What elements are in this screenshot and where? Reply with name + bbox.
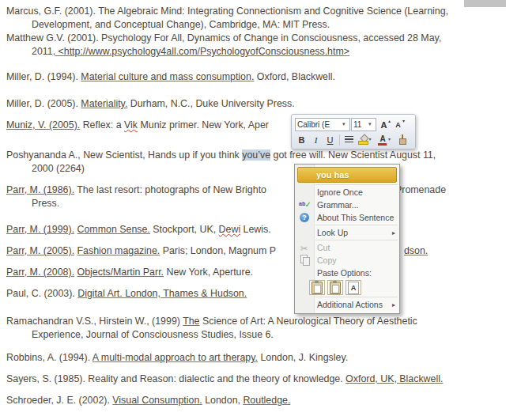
text-line: Parr, M. (2005). Fashion magazine. Paris… [6, 244, 500, 258]
text-run: Robbins, A. (1994). [6, 352, 93, 363]
text-line: Matthew G.V. (2001). Psychology For All,… [6, 32, 500, 45]
bibliography-entry-matthew[interactable]: Matthew G.V. (2001). Psychology For All,… [6, 32, 500, 59]
bibliography-entry-muniz[interactable]: Muniz, V. (2005). Reflex: a Vik Muniz pr… [6, 119, 500, 132]
underlined-text: Materiality. [81, 98, 127, 109]
bold-label: B [299, 135, 305, 145]
font-color-button[interactable]: A [376, 134, 395, 146]
misspelled-word: Vik [124, 119, 138, 131]
menu-item-copy[interactable]: Copy [295, 254, 399, 267]
text-run: The last resort: photographs of New Brig… [74, 184, 266, 195]
bibliography-entry-paul[interactable]: Paul, C. (2003). Digital Art. London, Th… [6, 287, 500, 301]
bibliography-entry-miller-2005[interactable]: Miller, D. (2005). Materiality. Durham, … [6, 97, 500, 111]
text-line: Schroeder, J. E. (2002). Visual Consumpt… [6, 394, 500, 407]
copy-label: Copy [317, 255, 337, 265]
text-run: Poshyananda A., New Scientist, Hands up … [6, 149, 242, 161]
menu-item-grammar[interactable]: Grammar... [295, 199, 399, 211]
text-line: Ramachandran V.S., Hirstein W., (1999) T… [6, 315, 500, 328]
font-size-select[interactable]: 11 [351, 118, 376, 131]
bibliography-entry-robbins[interactable]: Robbins, A. (1994). A multi-modal approa… [6, 351, 500, 365]
underlined-text: Material culture and mass consumption. [81, 71, 254, 82]
bibliography-entry-ramachandran[interactable]: Ramachandran V.S., Hirstein W., (1999) T… [6, 315, 500, 342]
bold-button[interactable]: B [295, 134, 308, 146]
text-run: Muniz primer. New York, Aper [138, 119, 269, 131]
underlined-text: Parr, M. (2005). [6, 245, 74, 256]
clipboard-icon [330, 282, 341, 294]
text-run: Promenade [395, 184, 446, 195]
text-run: got free will. New Scientist August 11, [270, 149, 436, 161]
center-align-button[interactable] [342, 134, 356, 146]
format-painter-button[interactable] [396, 134, 410, 146]
paintbrush-icon [398, 134, 407, 145]
text-run: Reflex: a [80, 119, 124, 131]
text-line: Robbins, A. (1994). A multi-modal approa… [6, 351, 500, 365]
text-line: Paul, C. (2003). Digital Art. London, Th… [6, 287, 500, 301]
red-color-bar-icon [378, 143, 387, 146]
paste-option-merge-formatting[interactable] [327, 280, 343, 295]
bibliography-entry-parr-2008[interactable]: Parr, M. (2008). Objects/Martin Parr. Ne… [6, 266, 500, 279]
highlight-button[interactable] [357, 134, 376, 146]
scissors-icon [298, 242, 312, 253]
font-name-select[interactable]: Calibri (E [295, 118, 350, 131]
grow-font-button[interactable]: A [377, 119, 391, 131]
bibliography-entry-parr-2005[interactable]: Parr, M. (2005). Fashion magazine. Paris… [6, 244, 500, 258]
chevron-down-icon[interactable] [342, 121, 348, 129]
hyperlink-text[interactable]: , <http://www.psychology4all.com/Psychol… [53, 46, 349, 57]
menu-item-ignore-once[interactable]: Ignore Once [295, 186, 399, 199]
menu-item-suggestion[interactable]: you has [297, 167, 397, 183]
bibliography-entry-sayers[interactable]: Sayers, S. (1985). Reality and Reason: d… [6, 373, 500, 386]
bibliography-entry-parr-1986[interactable]: Parr, M. (1986). The last resort: photog… [6, 184, 500, 210]
text-run: Durham, N.C., Duke University Press. [127, 98, 294, 109]
text-run: Paul, C. (2003). [6, 288, 77, 299]
context-menu: you has Ignore Once Grammar... About Thi… [294, 164, 400, 314]
submenu-arrow-icon [389, 226, 395, 239]
menu-item-look-up[interactable]: Look Up [295, 226, 399, 239]
text-run: Schroeder, J. E. (2002). [6, 395, 112, 406]
menu-item-cut[interactable]: Cut [295, 241, 399, 254]
menu-separator [315, 240, 398, 240]
text-line: Press. [6, 197, 500, 210]
paste-option-keep-source-formatting[interactable] [309, 280, 325, 295]
grammar-label: Grammar... [317, 200, 359, 210]
underlined-text: Fashion magazine. [77, 245, 160, 256]
bibliography-entry-miller-1994[interactable]: Miller, D. (1994). Material culture and … [6, 70, 500, 84]
menu-separator [315, 297, 398, 297]
font-name-value: Calibri (E [297, 120, 330, 129]
menu-item-about-this-sentence[interactable]: About This Sentence [295, 211, 399, 224]
font-color-icon: A [378, 134, 387, 146]
highlighter-icon [358, 135, 368, 145]
menu-separator [315, 225, 398, 225]
text-run: New York, Aperture. [164, 267, 253, 278]
copy-icon [298, 255, 312, 266]
help-icon [300, 213, 309, 222]
selected-word[interactable]: you’ve [242, 149, 270, 161]
text-line: 2011, <http://www.psychology4all.com/Psy… [6, 45, 500, 59]
misspelled-word: Dewi [219, 224, 241, 235]
bibliography-entry-marcus[interactable]: Marcus, G.F. (2001). The Algebraic Mind:… [6, 5, 500, 32]
underlined-text: Visual Consumption. [112, 395, 202, 406]
down-arrow-icon [400, 119, 405, 123]
chevron-down-icon[interactable] [368, 121, 374, 129]
clipboard-icon [312, 282, 323, 294]
bibliography-entry-schroeder[interactable]: Schroeder, J. E. (2002). Visual Consumpt… [6, 394, 500, 407]
menu-item-additional-actions[interactable]: Additional Actions [295, 298, 399, 311]
additional-actions-label: Additional Actions [317, 300, 383, 309]
paste-options-label: Paste Options: [317, 268, 372, 278]
underline-button[interactable]: U [323, 134, 337, 146]
toolbar-divider [339, 134, 340, 146]
underlined-text: Objects/Martin Parr. [77, 267, 164, 278]
bibliography-entry-parr-1999[interactable]: Parr, M. (1999). Common Sense. Stockport… [6, 223, 500, 236]
cut-label: Cut [317, 243, 330, 252]
text-run: Development, and Conceptual Change), Cam… [32, 19, 330, 30]
text-line: Miller, D. (2005). Materiality. Durham, … [6, 97, 500, 111]
bibliography-entry-poshyananda[interactable]: Poshyananda A., New Scientist, Hands up … [6, 149, 500, 176]
italic-button[interactable]: I [309, 134, 323, 146]
grammar-check-icon [298, 199, 312, 210]
underlined-text: Routledge. [243, 395, 290, 406]
paste-option-keep-text-only[interactable] [346, 280, 361, 295]
underlined-text: Parr, M. (1999). [6, 224, 74, 235]
underlined-text: Parr, M. (2008). [6, 267, 74, 278]
shrink-font-button[interactable]: A [391, 119, 405, 131]
text-line: Poshyananda A., New Scientist, Hands up … [6, 149, 500, 162]
chevron-down-icon[interactable] [388, 136, 394, 144]
chevron-down-icon[interactable] [369, 136, 375, 144]
